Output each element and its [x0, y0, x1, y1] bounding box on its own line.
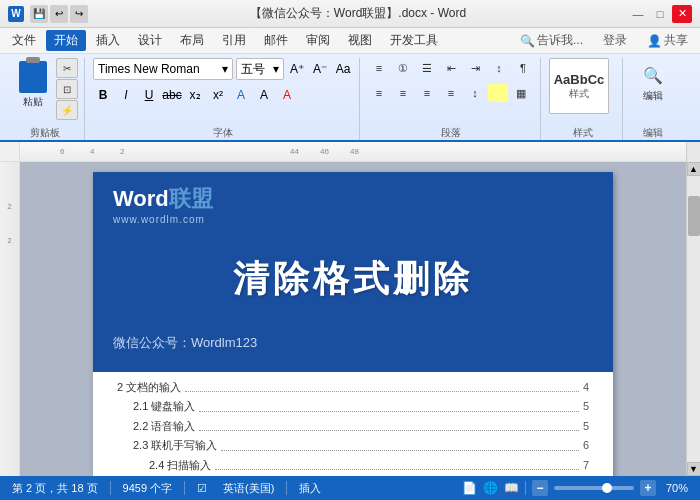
edit-content: 🔍 编辑 — [631, 58, 675, 124]
status-sep-2 — [184, 481, 185, 495]
editing-button[interactable]: 🔍 编辑 — [631, 58, 675, 106]
strikethrough-button[interactable]: abc — [162, 85, 182, 105]
superscript-button[interactable]: x² — [208, 85, 228, 105]
undo-btn[interactable]: ↩ — [50, 5, 68, 23]
toc-area: 2 文档的输入 4 2.1 键盘输入 5 2.2 语音输入 5 2.3 联机手写… — [93, 372, 613, 476]
bullets-btn[interactable]: ≡ — [368, 58, 390, 78]
tell-me-btn[interactable]: 🔍 告诉我... — [512, 30, 591, 51]
paste-button[interactable]: 粘贴 — [12, 58, 54, 112]
scroll-up-btn[interactable]: ▲ — [687, 162, 701, 176]
zoom-slider[interactable] — [554, 486, 634, 490]
numbering-btn[interactable]: ① — [392, 58, 414, 78]
border-btn[interactable]: ▦ — [510, 83, 532, 103]
toc-dots — [199, 399, 579, 411]
zoom-thumb[interactable] — [602, 483, 612, 493]
person-icon: 👤 — [647, 34, 662, 48]
zoom-in-btn[interactable]: + — [640, 480, 656, 496]
menu-references[interactable]: 引用 — [214, 30, 254, 51]
document-page: Word联盟 www.wordlm.com 清除格式删除 微信公众号：Wordl… — [93, 172, 613, 476]
align-left-btn[interactable]: ≡ — [368, 83, 390, 103]
menu-review[interactable]: 审阅 — [298, 30, 338, 51]
horizontal-ruler: 6 4 2 44 46 48 — [20, 142, 686, 161]
toc-dots — [185, 380, 579, 392]
subscript-button[interactable]: x₂ — [185, 85, 205, 105]
menu-mail[interactable]: 邮件 — [256, 30, 296, 51]
redo-btn[interactable]: ↪ — [70, 5, 88, 23]
status-sep-3 — [286, 481, 287, 495]
word-banner: Word联盟 www.wordlm.com 清除格式删除 微信公众号：Wordl… — [93, 172, 613, 372]
bold-button[interactable]: B — [93, 85, 113, 105]
toc-dots — [215, 458, 579, 470]
text-highlight-btn[interactable]: A — [254, 85, 274, 105]
scroll-track[interactable] — [687, 176, 700, 462]
align-center-btn[interactable]: ≡ — [392, 83, 414, 103]
styles-gallery[interactable]: AaBbCc 样式 — [549, 58, 609, 114]
insert-mode: 插入 — [295, 481, 325, 496]
text-effect-btn[interactable]: A — [231, 85, 251, 105]
login-btn[interactable]: 登录 — [595, 30, 635, 51]
menu-layout[interactable]: 布局 — [172, 30, 212, 51]
decrease-font-btn[interactable]: A⁻ — [310, 59, 330, 79]
menu-home[interactable]: 开始 — [46, 30, 86, 51]
align-right-btn[interactable]: ≡ — [416, 83, 438, 103]
clipboard-content: 粘贴 ✂ ⊡ ⚡ — [12, 58, 78, 124]
para-label: 段落 — [368, 124, 534, 140]
scroll-thumb[interactable] — [688, 196, 700, 236]
menu-file[interactable]: 文件 — [4, 30, 44, 51]
view-print-btn[interactable]: 📄 — [462, 481, 477, 495]
save-quick-btn[interactable]: 💾 — [30, 5, 48, 23]
sort-btn[interactable]: ↕ — [488, 58, 510, 78]
para-content: ≡ ① ☰ ⇤ ⇥ ↕ ¶ ≡ ≡ ≡ ≡ ↕ ▦ — [368, 58, 534, 124]
para-row2: ≡ ≡ ≡ ≡ ↕ ▦ — [368, 83, 532, 103]
banner-wechat: 微信公众号：Wordlm123 — [113, 334, 593, 352]
close-btn[interactable]: ✕ — [672, 5, 692, 23]
copy-button[interactable]: ⊡ — [56, 79, 78, 99]
increase-indent-btn[interactable]: ⇥ — [464, 58, 486, 78]
edit-label: 编辑 — [631, 124, 675, 140]
word-app-icon: W — [8, 6, 24, 22]
clipboard-small-btns: ✂ ⊡ ⚡ — [56, 58, 78, 120]
increase-font-btn[interactable]: A⁺ — [287, 59, 307, 79]
multilevel-btn[interactable]: ☰ — [416, 58, 438, 78]
show-marks-btn[interactable]: ¶ — [512, 58, 534, 78]
vertical-scrollbar[interactable]: ▲ ▼ — [686, 162, 700, 476]
view-web-btn[interactable]: 🌐 — [483, 481, 498, 495]
zoom-level[interactable]: 70% — [662, 482, 692, 494]
format-painter-button[interactable]: ⚡ — [56, 100, 78, 120]
paragraph-group: ≡ ① ☰ ⇤ ⇥ ↕ ¶ ≡ ≡ ≡ ≡ ↕ ▦ 段落 — [362, 58, 541, 140]
decrease-indent-btn[interactable]: ⇤ — [440, 58, 462, 78]
banner-logo: Word联盟 www.wordlm.com — [113, 184, 593, 225]
menu-view[interactable]: 视图 — [340, 30, 380, 51]
toc-item-2: 2.1 键盘输入 5 — [117, 399, 589, 414]
shading-btn[interactable] — [488, 84, 508, 102]
font-name-select[interactable]: Times New Roman ▾ — [93, 58, 233, 80]
dropdown-icon: ▾ — [222, 62, 228, 76]
document-check-icon: ☑ — [193, 482, 211, 495]
minimize-btn[interactable]: — — [628, 5, 648, 23]
editing-group: 🔍 编辑 编辑 — [625, 58, 681, 140]
styles-content: AaBbCc 样式 — [549, 58, 609, 124]
font-row2: B I U abc x₂ x² A A A — [93, 85, 297, 105]
font-size-select[interactable]: 五号 ▾ — [236, 58, 284, 80]
status-sep-4 — [525, 481, 526, 495]
menu-insert[interactable]: 插入 — [88, 30, 128, 51]
word-count: 9459 个字 — [119, 481, 177, 496]
justify-btn[interactable]: ≡ — [440, 83, 462, 103]
styles-group: AaBbCc 样式 样式 — [543, 58, 623, 140]
restore-btn[interactable]: □ — [650, 5, 670, 23]
scroll-down-btn[interactable]: ▼ — [687, 462, 701, 476]
line-spacing-btn[interactable]: ↕ — [464, 83, 486, 103]
menu-design[interactable]: 设计 — [130, 30, 170, 51]
document-area[interactable]: Word联盟 www.wordlm.com 清除格式删除 微信公众号：Wordl… — [20, 162, 686, 476]
logo-league: 联盟 — [169, 184, 213, 214]
italic-button[interactable]: I — [116, 85, 136, 105]
cut-button[interactable]: ✂ — [56, 58, 78, 78]
zoom-out-btn[interactable]: − — [532, 480, 548, 496]
menu-developer[interactable]: 开发工具 — [382, 30, 446, 51]
clear-format-btn[interactable]: Aa — [333, 59, 353, 79]
view-read-btn[interactable]: 📖 — [504, 481, 519, 495]
underline-button[interactable]: U — [139, 85, 159, 105]
share-btn[interactable]: 👤 共享 — [639, 30, 696, 51]
font-color-btn[interactable]: A — [277, 85, 297, 105]
language-status: 英语(美国) — [219, 481, 278, 496]
